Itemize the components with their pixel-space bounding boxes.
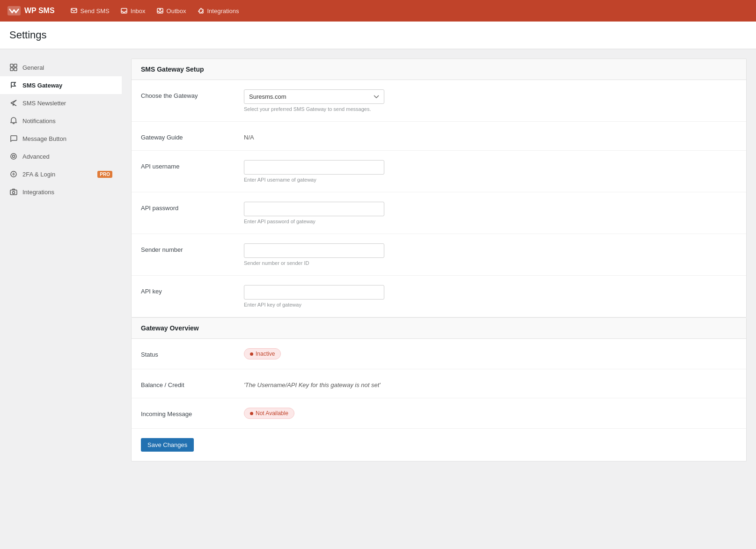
sidebar-label-message-button: Message Button [22,135,66,142]
top-navigation: WP SMS Send SMS Inbox Outbox Integration… [0,0,756,22]
control-choose-gateway: Suresms.com Select your preferred SMS Ga… [244,89,737,112]
control-balance-credit: 'The Username/API Key for this gateway i… [244,379,737,388]
sidebar-item-2fa-login[interactable]: 2FA & Login PRO [0,165,122,183]
input-api-username[interactable] [244,160,384,175]
sidebar-item-sms-newsletter[interactable]: SMS Newsletter [0,94,122,112]
wp-icon [9,170,18,178]
balance-credit-value: 'The Username/API Key for this gateway i… [244,379,737,388]
sms-gateway-setup-card: SMS Gateway Setup Choose the Gateway Sur… [131,59,747,318]
nav-links: Send SMS Inbox Outbox Integrations [66,5,244,17]
bell-icon [9,117,18,125]
gateway-overview-header: Gateway Overview [132,318,746,339]
label-api-password: API password [141,202,235,212]
label-status: Status [141,348,235,358]
label-api-key: API key [141,285,235,295]
select-gateway[interactable]: Suresms.com [244,89,384,104]
sidebar-label-integrations: Integrations [22,189,54,196]
sidebar-item-advanced[interactable]: Advanced [0,147,122,165]
status-badge-text: Inactive [256,351,275,357]
sidebar-item-notifications[interactable]: Notifications [0,112,122,130]
control-api-key: Enter API key of gateway [244,285,737,307]
form-row-status: Status Inactive [132,339,746,369]
gateway-overview-body: Status Inactive Balance / Credit 'The Us… [132,339,746,461]
incoming-message-badge-text: Not Available [256,410,288,417]
form-row-sender-number: Sender number Sender number or sender ID [132,234,746,276]
puzzle-icon [198,7,204,14]
svg-rect-7 [10,68,13,71]
sidebar-label-2fa: 2FA & Login [22,171,55,178]
control-sender-number: Sender number or sender ID [244,243,737,266]
send-icon [9,99,18,107]
nav-inbox[interactable]: Inbox [116,5,150,17]
label-incoming-message: Incoming Message [141,408,235,417]
form-row-gateway-guide: Gateway Guide N/A [132,122,746,151]
control-api-username: Enter API username of gateway [244,160,737,183]
control-status: Inactive [244,348,737,359]
hint-sender-number: Sender number or sender ID [244,260,737,266]
sidebar-item-general[interactable]: General [0,59,122,76]
logo-link[interactable]: WP SMS [7,6,55,15]
status-badge: Inactive [244,348,281,359]
value-gateway-guide: N/A [244,131,737,141]
message-icon [71,7,77,14]
sidebar-item-message-button[interactable]: Message Button [0,130,122,147]
control-incoming-message: Not Available [244,408,737,419]
logo-text: WP SMS [24,7,55,15]
main-content: SMS Gateway Setup Choose the Gateway Sur… [122,49,756,547]
sidebar-label-advanced: Advanced [22,153,50,160]
form-row-api-username: API username Enter API username of gatew… [132,151,746,192]
form-row-api-password: API password Enter API password of gatew… [132,192,746,234]
incoming-message-badge: Not Available [244,408,294,419]
label-gateway-guide: Gateway Guide [141,131,235,141]
label-api-username: API username [141,160,235,170]
nav-send-sms[interactable]: Send SMS [66,5,114,17]
sidebar-label-sms-gateway: SMS Gateway [22,82,62,89]
gateway-overview-card: Gateway Overview Status Inactive Balance… [131,318,747,461]
outbox-icon [157,7,163,14]
sms-gateway-setup-body: Choose the Gateway Suresms.com Select yo… [132,80,746,317]
input-api-password[interactable] [244,202,384,216]
flag-icon [9,81,18,89]
sms-gateway-setup-header: SMS Gateway Setup [132,59,746,80]
sidebar-item-sms-gateway[interactable]: SMS Gateway [0,76,122,94]
control-gateway-guide: N/A [244,131,737,141]
input-sender-number[interactable] [244,243,384,258]
nav-integrations[interactable]: Integrations [193,5,244,17]
incoming-message-dot [250,412,253,415]
hint-api-password: Enter API password of gateway [244,219,737,224]
save-button[interactable]: Save Changes [141,438,194,452]
circle-icon [9,152,18,161]
hint-choose-gateway: Select your preferred SMS Gateway to sen… [244,106,737,112]
svg-rect-5 [10,64,13,67]
svg-rect-6 [14,64,17,67]
control-api-password: Enter API password of gateway [244,202,737,224]
hint-api-key: Enter API key of gateway [244,302,737,307]
pro-badge: PRO [97,171,112,178]
logo-icon [7,6,21,15]
svg-point-13 [13,155,15,158]
hint-api-username: Enter API username of gateway [244,177,737,183]
label-sender-number: Sender number [141,243,235,253]
sidebar: General SMS Gateway SMS Newsletter Notif… [0,49,122,547]
status-dot [250,352,253,356]
svg-rect-8 [14,68,17,71]
main-layout: General SMS Gateway SMS Newsletter Notif… [0,49,756,547]
svg-point-12 [11,154,16,159]
input-api-key[interactable] [244,285,384,300]
page-title: Settings [9,29,747,41]
svg-rect-1 [71,8,77,13]
page-header: Settings [0,22,756,49]
nav-outbox[interactable]: Outbox [152,5,191,17]
form-row-incoming-message: Incoming Message Not Available [132,398,746,429]
sidebar-label-sms-newsletter: SMS Newsletter [22,100,66,107]
form-row-choose-gateway: Choose the Gateway Suresms.com Select yo… [132,80,746,122]
form-row-api-key: API key Enter API key of gateway [132,276,746,317]
inbox-icon [121,7,127,14]
save-button-area: Save Changes [132,429,746,461]
label-choose-gateway: Choose the Gateway [141,89,235,99]
sidebar-item-integrations[interactable]: Integrations [0,183,122,201]
form-row-balance-credit: Balance / Credit 'The Username/API Key f… [132,369,746,398]
grid-icon [9,63,18,72]
sidebar-label-general: General [22,64,44,71]
chat-icon [9,134,18,143]
